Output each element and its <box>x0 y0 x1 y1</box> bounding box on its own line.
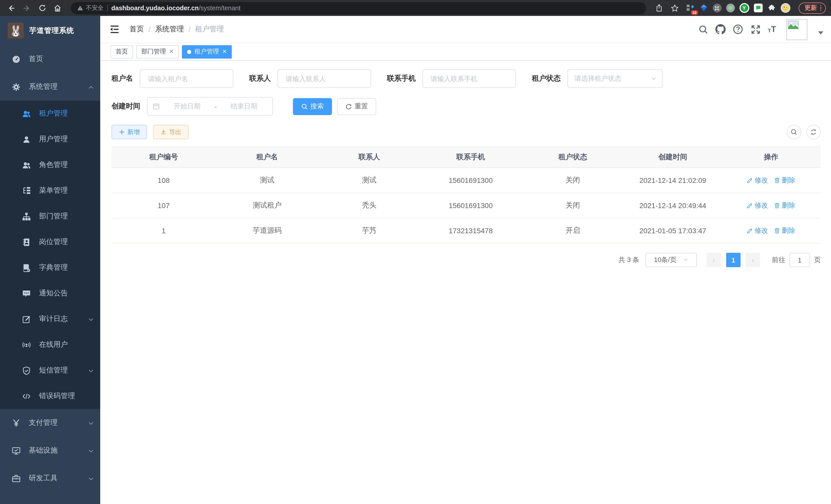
export-button[interactable]: 导出 <box>153 125 189 139</box>
edit-link[interactable]: 修改 <box>747 201 768 210</box>
mobile-input[interactable] <box>430 74 509 83</box>
browser-home-icon[interactable] <box>51 2 64 14</box>
sidebar-item-label: 系统管理 <box>29 82 80 91</box>
prev-page-button[interactable]: ‹ <box>707 253 721 267</box>
security-label: 不安全 <box>86 4 104 12</box>
avatar[interactable] <box>786 19 807 40</box>
extension-chat-icon[interactable] <box>754 4 763 12</box>
close-icon[interactable]: ✕ <box>222 49 227 55</box>
sidebar-item-infra[interactable]: 基础设施 <box>0 437 100 465</box>
filter-row-1: 租户名 联系人 联系手机 租户状态 请选择租户状态 <box>112 69 821 88</box>
extension-command-icon[interactable] <box>713 4 721 12</box>
sidebar-item-tenant[interactable]: 租户管理 <box>0 101 100 126</box>
delete-link[interactable]: 删除 <box>774 201 795 210</box>
table-body: 108 测试 测试 15601691300 关闭 2021-12-14 21:0… <box>112 168 821 243</box>
code-icon <box>22 392 31 401</box>
navbar: 首页 / 系统管理 / 租户管理 <box>100 16 831 43</box>
page-content: 租户名 联系人 联系手机 租户状态 请选择租户状态 <box>100 61 831 504</box>
edit-icon <box>747 177 753 183</box>
filter-tenant-name: 租户名 <box>112 69 233 88</box>
tag-dept[interactable]: 部门管理 ✕ <box>136 45 179 58</box>
breadcrumb-system[interactable]: 系统管理 <box>155 25 184 34</box>
sidebar-item-system[interactable]: 系统管理 <box>0 73 100 101</box>
sidebar-item-error-code[interactable]: 错误码管理 <box>0 383 100 409</box>
sidebar-item-menu[interactable]: 菜单管理 <box>0 178 100 203</box>
sidebar-item-label: 岗位管理 <box>39 237 94 246</box>
sidebar-item-dict[interactable]: 字典管理 <box>0 255 100 280</box>
github-icon[interactable] <box>715 24 726 34</box>
sidebar-item-role[interactable]: 角色管理 <box>0 152 100 178</box>
extension-kite-icon[interactable] <box>699 4 708 12</box>
goto-page-input[interactable] <box>790 253 810 267</box>
sidebar-item-post[interactable]: 岗位管理 <box>0 229 100 255</box>
font-size-icon[interactable]: TT <box>768 25 776 33</box>
sidebar-item-label: 租户管理 <box>39 109 94 118</box>
page-size-select[interactable]: 10条/页 <box>646 253 697 267</box>
table-tools <box>787 125 821 139</box>
browser-update-button[interactable]: 更新 <box>798 2 826 13</box>
delete-link[interactable]: 删除 <box>774 226 795 235</box>
tenant-name-input[interactable] <box>147 74 226 83</box>
edit-link-label: 修改 <box>755 201 768 210</box>
tag-tenant[interactable]: 租户管理 ✕ <box>182 45 232 58</box>
column-header: 联系人 <box>319 147 420 168</box>
search-button[interactable]: 搜索 <box>293 98 332 115</box>
bookmark-star-icon[interactable] <box>668 2 681 14</box>
cell-contact: 秃头 <box>319 193 420 218</box>
refresh-table-button[interactable] <box>806 125 821 139</box>
page-number-1[interactable]: 1 <box>726 253 741 267</box>
breadcrumb-separator: / <box>148 25 150 33</box>
cell-tenant-id: 107 <box>112 193 216 218</box>
sidebar-item-online-users[interactable]: 在线用户 <box>0 332 100 358</box>
tag-label: 部门管理 <box>141 47 166 56</box>
extensions-puzzle-icon[interactable] <box>767 4 776 12</box>
share-icon[interactable] <box>653 2 665 14</box>
browser-menu-icon[interactable] <box>820 5 821 11</box>
edit-link[interactable]: 修改 <box>747 226 768 235</box>
browser-toolbar: 不安全 dashboard.yudao.iocoder.cn/system/te… <box>0 0 831 16</box>
sidebar-item-notice[interactable]: 通知公告 <box>0 280 100 306</box>
browser-forward-icon[interactable] <box>21 2 33 14</box>
extension-y-icon[interactable]: Y <box>739 3 749 13</box>
avatar-dropdown-caret[interactable] <box>818 31 823 34</box>
sidebar: 🐰 芋道管理系统 首页 系统管理 <box>0 16 100 504</box>
help-icon[interactable] <box>733 24 743 34</box>
address-bar[interactable]: 不安全 dashboard.yudao.iocoder.cn/system/te… <box>71 2 646 14</box>
show-search-toggle-button[interactable] <box>787 125 801 139</box>
sidebar-collapse-icon[interactable] <box>110 24 121 35</box>
search-icon <box>791 128 798 136</box>
sidebar-item-dev-tools[interactable]: 研发工具 <box>0 465 100 492</box>
browser-back-icon[interactable] <box>5 2 18 14</box>
delete-link[interactable]: 删除 <box>774 176 795 185</box>
status-select[interactable]: 请选择租户状态 <box>567 69 662 88</box>
extension-emoji-icon[interactable] <box>780 3 790 13</box>
sidebar-item-user[interactable]: 用户管理 <box>0 126 100 152</box>
breadcrumb-home[interactable]: 首页 <box>130 25 144 34</box>
edit-link[interactable]: 修改 <box>747 176 768 185</box>
page-size-value: 10条/页 <box>654 255 677 265</box>
tag-home[interactable]: 首页 <box>111 45 133 58</box>
security-indicator[interactable]: 不安全 <box>77 4 104 12</box>
date-range-input[interactable]: 开始日期 - 结束日期 <box>147 97 273 116</box>
next-page-button[interactable]: › <box>746 253 760 267</box>
search-icon[interactable] <box>698 24 708 34</box>
sidebar-item-sms[interactable]: 短信管理 <box>0 358 100 383</box>
app-logo-row[interactable]: 🐰 芋道管理系统 <box>0 16 100 45</box>
close-icon[interactable]: ✕ <box>169 49 174 55</box>
contact-input[interactable] <box>285 74 364 83</box>
edit-link-label: 修改 <box>755 226 768 235</box>
table-toolbar: 新增 导出 <box>112 125 821 139</box>
fullscreen-icon[interactable] <box>750 24 761 34</box>
url-path: /system/tenant <box>199 4 240 11</box>
sidebar-item-audit-log[interactable]: 审计日志 <box>0 306 100 332</box>
add-button[interactable]: 新增 <box>112 125 147 139</box>
browser-reload-icon[interactable] <box>36 2 48 14</box>
export-button-label: 导出 <box>169 128 181 137</box>
extension-green-dot-icon[interactable] <box>726 4 735 12</box>
sidebar-item-home[interactable]: 首页 <box>0 45 100 73</box>
reset-button[interactable]: 重置 <box>337 98 376 115</box>
extension-tabs-icon[interactable]: 10 <box>686 4 694 12</box>
sidebar-item-pay[interactable]: 支付管理 <box>0 409 100 437</box>
extension-badge: 10 <box>691 10 698 15</box>
sidebar-item-dept[interactable]: 部门管理 <box>0 203 100 229</box>
